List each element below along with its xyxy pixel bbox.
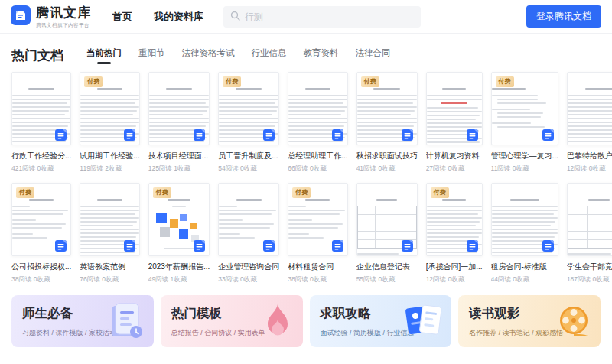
- document-card[interactable]: 企业管理咨询合同 33阅读 0收藏: [218, 183, 279, 284]
- doc-title: [承揽合同]一加...: [426, 262, 483, 272]
- tab[interactable]: 法律合同: [356, 47, 391, 64]
- doc-thumbnail[interactable]: 付费: [491, 72, 558, 145]
- main-nav: 首页 我的资料库: [112, 10, 203, 24]
- doc-title: 巴菲特给散户的9...: [567, 151, 612, 161]
- document-card[interactable]: 学生会干部竞选... 187阅读 0收藏: [567, 183, 612, 284]
- document-card[interactable]: 付费 [承揽合同]一加... 12阅读 0收藏: [426, 183, 483, 284]
- doc-thumbnail[interactable]: 付费: [11, 183, 71, 256]
- doc-title: 英语教案范例: [80, 262, 139, 272]
- doc-title: 计算机复习资料: [426, 151, 483, 161]
- doc-title: 总经理助理工作...: [288, 151, 347, 161]
- doc-thumbnail[interactable]: [288, 72, 347, 145]
- document-card[interactable]: 计算机复习资料 27阅读 0收藏: [426, 72, 483, 174]
- logo-title: 腾讯文库: [36, 4, 91, 21]
- logo-text: 腾讯文库 腾讯文档旗下内容平台: [36, 4, 91, 29]
- doc-thumbnail[interactable]: 付费: [148, 183, 210, 256]
- doc-thumbnail[interactable]: [491, 183, 558, 256]
- doc-thumbnail[interactable]: [148, 72, 210, 145]
- doc-title: 企业管理咨询合同: [218, 262, 279, 272]
- doc-thumbnail[interactable]: 付费: [288, 183, 347, 256]
- doc-file-icon: [263, 240, 275, 252]
- search-icon: [230, 10, 240, 24]
- paid-tag: 付费: [223, 76, 241, 87]
- doc-thumbnail[interactable]: [567, 183, 612, 256]
- document-card[interactable]: 付费 员工晋升制度及... 54阅读 0收藏: [218, 72, 279, 174]
- tab[interactable]: 法律资格考试: [182, 47, 235, 64]
- search-box[interactable]: [223, 6, 421, 28]
- doc-thumbnail[interactable]: [11, 72, 71, 145]
- doc-stats: 125阅读 1收藏: [148, 164, 210, 174]
- doc-thumbnail[interactable]: [356, 183, 418, 256]
- document-card[interactable]: 总经理助理工作... 66阅读 0收藏: [288, 72, 347, 174]
- doc-title: 2023年薪酬报告...: [148, 262, 210, 272]
- document-card[interactable]: 租房合同-标准版 44阅读 0收藏: [491, 183, 558, 284]
- doc-file-icon: [402, 240, 413, 252]
- doc-stats: 55阅读 0收藏: [356, 275, 418, 284]
- search-input[interactable]: [245, 11, 414, 22]
- nav-item-my-library[interactable]: 我的资料库: [154, 10, 203, 24]
- document-card[interactable]: 技术项目经理面... 125阅读 1收藏: [148, 72, 210, 174]
- section-title: 热门文档: [11, 47, 63, 64]
- doc-title: 租房合同-标准版: [491, 262, 558, 272]
- doc-file-icon: [194, 240, 205, 252]
- doc-title: 管理心理学—复习...: [491, 151, 558, 161]
- doc-thumbnail[interactable]: [426, 72, 483, 145]
- banner-hot-templates[interactable]: 热门模板 总结报告 / 合同协议 / 实用表单: [161, 295, 303, 347]
- banner-job-hunting[interactable]: 求职攻略 面试经验 / 简历模版 / 行业信息: [310, 295, 452, 347]
- doc-stats: 54阅读 0收藏: [218, 164, 279, 174]
- document-card[interactable]: 付费 管理心理学—复习... 11阅读 0收藏: [491, 72, 558, 174]
- tab[interactable]: 重阳节: [138, 47, 165, 64]
- banner-reading-movies[interactable]: 读书观影 名作推荐 / 读书笔记 / 观影感悟: [458, 295, 601, 347]
- doc-stats: 49阅读 1收藏: [148, 275, 210, 284]
- tab[interactable]: 教育资料: [304, 47, 339, 64]
- doc-stats: 119阅读 2收藏: [80, 164, 139, 174]
- paid-tag: 付费: [292, 187, 311, 198]
- doc-stats: 421阅读 0收藏: [11, 164, 71, 174]
- doc-thumbnail[interactable]: 付费: [356, 72, 418, 145]
- doc-stats: 33阅读 0收藏: [218, 275, 279, 284]
- doc-thumbnail[interactable]: [80, 183, 139, 256]
- logo-tagline: 腾讯文档旗下内容平台: [36, 22, 91, 29]
- document-card[interactable]: 英语教案范例 76阅读 0收藏: [80, 183, 139, 284]
- doc-thumbnail[interactable]: 付费: [80, 72, 139, 145]
- doc-stats: 27阅读 0收藏: [426, 164, 483, 174]
- nav-item-home[interactable]: 首页: [112, 10, 132, 24]
- doc-stats: 38阅读 0收藏: [11, 275, 71, 284]
- login-button[interactable]: 登录腾讯文档: [526, 5, 601, 28]
- doc-file-icon: [332, 129, 343, 141]
- document-card[interactable]: 巴菲特给散户的9... 12阅读 0收藏: [567, 72, 612, 174]
- doc-file-icon: [402, 129, 413, 141]
- logo[interactable]: 腾讯文库 腾讯文档旗下内容平台: [11, 4, 91, 29]
- doc-title: 秋招求职面试技巧: [356, 151, 418, 161]
- doc-file-icon: [467, 129, 478, 141]
- doc-thumbnail[interactable]: 付费: [426, 183, 483, 256]
- doc-file-icon: [124, 129, 135, 141]
- promo-banners: 师生必备 习题资料 / 课件模版 / 家校活动 热门模板 总结报告 / 合同协议…: [0, 284, 612, 347]
- document-card[interactable]: 付费 秋招求职面试技巧 41阅读 0收藏: [356, 72, 418, 174]
- doc-thumbnail[interactable]: [567, 72, 612, 145]
- doc-title: 员工晋升制度及...: [218, 151, 279, 161]
- tab[interactable]: 行业信息: [252, 47, 287, 64]
- doc-file-icon: [263, 129, 275, 141]
- document-card[interactable]: 付费 试用期工作经验... 119阅读 2收藏: [80, 72, 139, 174]
- document-card[interactable]: 付费 公司招投标授权... 38阅读 0收藏: [11, 183, 71, 284]
- document-card[interactable]: 付费 2023年薪酬报告... 49阅读 1收藏: [148, 183, 210, 284]
- doc-stats: 38阅读 0收藏: [288, 275, 347, 284]
- doc-stats: 11阅读 0收藏: [491, 164, 558, 174]
- doc-stats: 66阅读 0收藏: [288, 164, 347, 174]
- header: 腾讯文库 腾讯文档旗下内容平台 首页 我的资料库 登录腾讯文档: [0, 0, 612, 34]
- banner-teacher-student[interactable]: 师生必备 习题资料 / 课件模版 / 家校活动: [11, 295, 154, 347]
- doc-title: 公司招投标授权...: [11, 262, 71, 272]
- doc-thumbnail[interactable]: [218, 183, 279, 256]
- paid-tag: 付费: [153, 187, 171, 198]
- doc-file-icon: [194, 129, 205, 141]
- document-card[interactable]: 行政工作经验分... 421阅读 0收藏: [11, 72, 71, 174]
- doc-file-icon: [332, 240, 343, 252]
- doc-stats: 12阅读 0收藏: [567, 164, 612, 174]
- document-card[interactable]: 付费 材料租赁合同 38阅读 0收藏: [288, 183, 347, 284]
- doc-file-icon: [467, 240, 478, 252]
- doc-thumbnail[interactable]: 付费: [218, 72, 279, 145]
- doc-stats: 44阅读 0收藏: [491, 275, 558, 284]
- document-card[interactable]: 企业信息登记表 55阅读 0收藏: [356, 183, 418, 284]
- tab[interactable]: 当前热门: [86, 47, 122, 64]
